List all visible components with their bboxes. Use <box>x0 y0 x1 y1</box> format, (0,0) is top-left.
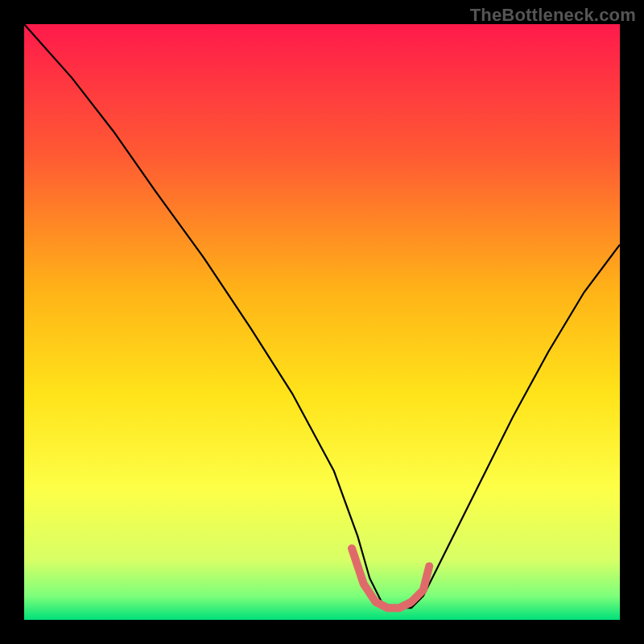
bottleneck-chart <box>24 24 620 620</box>
plot-area <box>24 24 620 620</box>
gradient-background <box>24 24 620 620</box>
chart-frame: TheBottleneck.com <box>0 0 644 644</box>
watermark-text: TheBottleneck.com <box>470 5 636 26</box>
